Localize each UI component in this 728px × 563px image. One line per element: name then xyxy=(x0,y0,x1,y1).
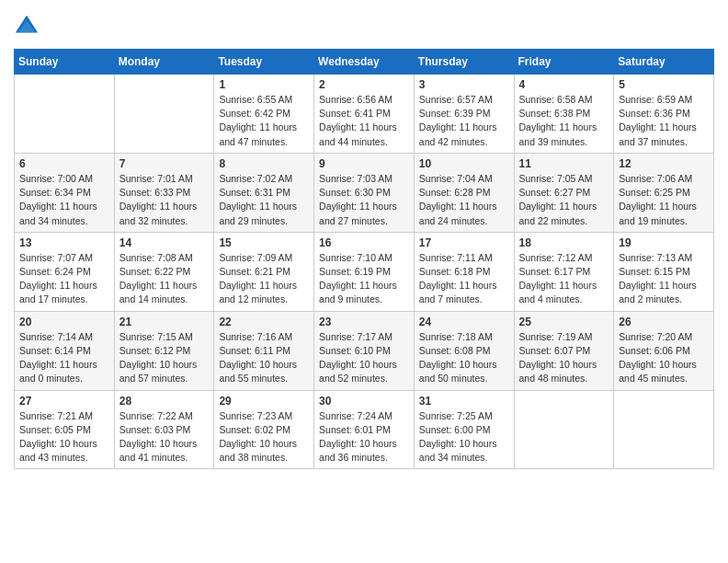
calendar-header-friday: Friday xyxy=(514,50,614,75)
day-number: 26 xyxy=(619,316,709,328)
calendar-cell: 16Sunrise: 7:10 AM Sunset: 6:19 PM Dayli… xyxy=(314,232,415,311)
calendar-header-saturday: Saturday xyxy=(614,50,714,75)
day-number: 3 xyxy=(419,78,509,91)
day-info: Sunrise: 6:55 AM Sunset: 6:42 PM Dayligh… xyxy=(219,93,309,149)
day-info: Sunrise: 7:14 AM Sunset: 6:14 PM Dayligh… xyxy=(19,330,109,386)
calendar-cell: 31Sunrise: 7:25 AM Sunset: 6:00 PM Dayli… xyxy=(414,390,514,469)
day-info: Sunrise: 6:58 AM Sunset: 6:38 PM Dayligh… xyxy=(519,93,609,149)
day-info: Sunrise: 7:23 AM Sunset: 6:02 PM Dayligh… xyxy=(219,409,309,465)
calendar-cell: 19Sunrise: 7:13 AM Sunset: 6:15 PM Dayli… xyxy=(614,232,714,311)
day-number: 25 xyxy=(519,316,609,328)
calendar-header-thursday: Thursday xyxy=(414,50,514,75)
calendar-week-row: 1Sunrise: 6:55 AM Sunset: 6:42 PM Daylig… xyxy=(15,75,714,154)
day-info: Sunrise: 7:06 AM Sunset: 6:25 PM Dayligh… xyxy=(619,172,709,228)
day-number: 18 xyxy=(519,236,609,249)
calendar-header-row: SundayMondayTuesdayWednesdayThursdayFrid… xyxy=(15,50,714,75)
day-number: 16 xyxy=(319,236,409,249)
day-info: Sunrise: 7:01 AM Sunset: 6:33 PM Dayligh… xyxy=(119,172,210,228)
day-number: 19 xyxy=(619,236,709,249)
day-number: 14 xyxy=(119,236,210,249)
day-info: Sunrise: 7:05 AM Sunset: 6:27 PM Dayligh… xyxy=(519,172,609,228)
day-number: 8 xyxy=(219,157,309,170)
day-number: 9 xyxy=(319,157,409,170)
calendar-cell: 3Sunrise: 6:57 AM Sunset: 6:39 PM Daylig… xyxy=(414,75,514,154)
day-info: Sunrise: 7:13 AM Sunset: 6:15 PM Dayligh… xyxy=(619,251,709,307)
day-info: Sunrise: 6:57 AM Sunset: 6:39 PM Dayligh… xyxy=(419,93,509,149)
calendar-header-wednesday: Wednesday xyxy=(314,50,415,75)
calendar-cell: 8Sunrise: 7:02 AM Sunset: 6:31 PM Daylig… xyxy=(214,153,314,232)
calendar-cell: 2Sunrise: 6:56 AM Sunset: 6:41 PM Daylig… xyxy=(314,75,415,154)
day-info: Sunrise: 7:20 AM Sunset: 6:06 PM Dayligh… xyxy=(619,330,709,386)
calendar-cell: 13Sunrise: 7:07 AM Sunset: 6:24 PM Dayli… xyxy=(15,232,115,311)
calendar-cell: 9Sunrise: 7:03 AM Sunset: 6:30 PM Daylig… xyxy=(314,153,415,232)
day-info: Sunrise: 7:21 AM Sunset: 6:05 PM Dayligh… xyxy=(19,409,109,465)
day-info: Sunrise: 7:18 AM Sunset: 6:08 PM Dayligh… xyxy=(419,330,509,386)
day-number: 12 xyxy=(619,157,709,170)
day-info: Sunrise: 7:22 AM Sunset: 6:03 PM Dayligh… xyxy=(119,409,210,465)
day-number: 1 xyxy=(219,78,309,91)
day-info: Sunrise: 7:16 AM Sunset: 6:11 PM Dayligh… xyxy=(219,330,309,386)
logo xyxy=(14,14,43,40)
calendar-cell: 11Sunrise: 7:05 AM Sunset: 6:27 PM Dayli… xyxy=(514,153,614,232)
day-info: Sunrise: 7:03 AM Sunset: 6:30 PM Dayligh… xyxy=(319,172,409,228)
calendar-cell: 15Sunrise: 7:09 AM Sunset: 6:21 PM Dayli… xyxy=(214,232,314,311)
calendar-cell: 23Sunrise: 7:17 AM Sunset: 6:10 PM Dayli… xyxy=(314,311,415,390)
day-number: 2 xyxy=(319,78,409,91)
calendar-cell: 6Sunrise: 7:00 AM Sunset: 6:34 PM Daylig… xyxy=(15,153,115,232)
calendar-header-monday: Monday xyxy=(114,50,214,75)
day-info: Sunrise: 7:15 AM Sunset: 6:12 PM Dayligh… xyxy=(119,330,210,386)
day-number: 5 xyxy=(619,78,709,91)
calendar-cell xyxy=(114,75,214,154)
day-info: Sunrise: 6:56 AM Sunset: 6:41 PM Dayligh… xyxy=(319,93,409,149)
day-info: Sunrise: 7:02 AM Sunset: 6:31 PM Dayligh… xyxy=(219,172,309,228)
day-info: Sunrise: 7:12 AM Sunset: 6:17 PM Dayligh… xyxy=(519,251,609,307)
calendar-cell: 14Sunrise: 7:08 AM Sunset: 6:22 PM Dayli… xyxy=(114,232,214,311)
calendar-cell xyxy=(514,390,614,469)
calendar-cell: 30Sunrise: 7:24 AM Sunset: 6:01 PM Dayli… xyxy=(314,390,415,469)
day-number: 17 xyxy=(419,236,509,249)
day-info: Sunrise: 7:19 AM Sunset: 6:07 PM Dayligh… xyxy=(519,330,609,386)
day-info: Sunrise: 7:24 AM Sunset: 6:01 PM Dayligh… xyxy=(319,409,409,465)
calendar-cell: 10Sunrise: 7:04 AM Sunset: 6:28 PM Dayli… xyxy=(414,153,514,232)
day-number: 13 xyxy=(19,236,109,249)
calendar-table: SundayMondayTuesdayWednesdayThursdayFrid… xyxy=(14,49,714,469)
day-number: 7 xyxy=(119,157,210,170)
day-number: 22 xyxy=(219,316,309,328)
day-number: 10 xyxy=(419,157,509,170)
calendar-header-tuesday: Tuesday xyxy=(214,50,314,75)
day-info: Sunrise: 7:11 AM Sunset: 6:18 PM Dayligh… xyxy=(419,251,509,307)
day-info: Sunrise: 7:25 AM Sunset: 6:00 PM Dayligh… xyxy=(419,409,509,465)
calendar-cell: 27Sunrise: 7:21 AM Sunset: 6:05 PM Dayli… xyxy=(15,390,115,469)
calendar-week-row: 6Sunrise: 7:00 AM Sunset: 6:34 PM Daylig… xyxy=(15,153,714,232)
page-header xyxy=(14,14,714,40)
calendar-cell: 4Sunrise: 6:58 AM Sunset: 6:38 PM Daylig… xyxy=(514,75,614,154)
day-info: Sunrise: 6:59 AM Sunset: 6:36 PM Dayligh… xyxy=(619,93,709,149)
day-number: 4 xyxy=(519,78,609,91)
day-info: Sunrise: 7:00 AM Sunset: 6:34 PM Dayligh… xyxy=(19,172,109,228)
calendar-cell: 1Sunrise: 6:55 AM Sunset: 6:42 PM Daylig… xyxy=(214,75,314,154)
calendar-cell: 26Sunrise: 7:20 AM Sunset: 6:06 PM Dayli… xyxy=(614,311,714,390)
calendar-cell: 25Sunrise: 7:19 AM Sunset: 6:07 PM Dayli… xyxy=(514,311,614,390)
day-number: 15 xyxy=(219,236,309,249)
day-info: Sunrise: 7:07 AM Sunset: 6:24 PM Dayligh… xyxy=(19,251,109,307)
calendar-cell: 22Sunrise: 7:16 AM Sunset: 6:11 PM Dayli… xyxy=(214,311,314,390)
day-number: 28 xyxy=(119,395,210,408)
logo-icon xyxy=(14,14,40,40)
calendar-cell: 20Sunrise: 7:14 AM Sunset: 6:14 PM Dayli… xyxy=(15,311,115,390)
day-number: 23 xyxy=(319,316,409,328)
day-info: Sunrise: 7:10 AM Sunset: 6:19 PM Dayligh… xyxy=(319,251,409,307)
day-info: Sunrise: 7:04 AM Sunset: 6:28 PM Dayligh… xyxy=(419,172,509,228)
calendar-week-row: 27Sunrise: 7:21 AM Sunset: 6:05 PM Dayli… xyxy=(15,390,714,469)
calendar-cell: 18Sunrise: 7:12 AM Sunset: 6:17 PM Dayli… xyxy=(514,232,614,311)
day-number: 11 xyxy=(519,157,609,170)
calendar-header-sunday: Sunday xyxy=(15,50,115,75)
calendar-cell xyxy=(614,390,714,469)
calendar-cell: 5Sunrise: 6:59 AM Sunset: 6:36 PM Daylig… xyxy=(614,75,714,154)
day-number: 24 xyxy=(419,316,509,328)
calendar-cell: 12Sunrise: 7:06 AM Sunset: 6:25 PM Dayli… xyxy=(614,153,714,232)
calendar-cell xyxy=(15,75,115,154)
calendar-cell: 7Sunrise: 7:01 AM Sunset: 6:33 PM Daylig… xyxy=(114,153,214,232)
day-info: Sunrise: 7:08 AM Sunset: 6:22 PM Dayligh… xyxy=(119,251,210,307)
day-number: 20 xyxy=(19,316,109,328)
day-number: 31 xyxy=(419,395,509,408)
